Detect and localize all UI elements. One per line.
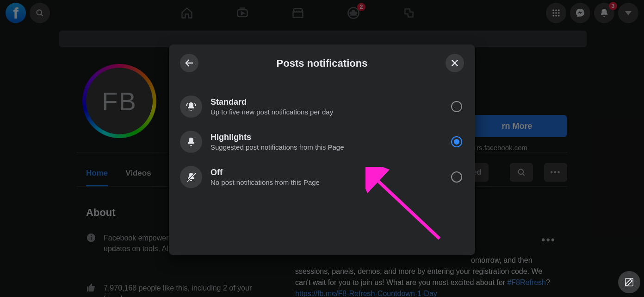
option-title: Highlights — [211, 133, 443, 142]
modal-options: Standard Up to five new post notificatio… — [178, 89, 466, 195]
svg-rect-27 — [625, 278, 633, 286]
bell-off-icon — [180, 166, 202, 188]
compose-button[interactable] — [618, 271, 640, 293]
edit-icon — [624, 277, 634, 287]
radio-highlights[interactable] — [451, 136, 462, 147]
radio-standard[interactable] — [451, 101, 462, 112]
posts-notifications-modal: Posts notifications Standard Up to five … — [169, 44, 475, 255]
modal-title: Posts notifications — [277, 57, 368, 70]
radio-off[interactable] — [451, 171, 462, 183]
option-desc: Suggested post notifications from this P… — [211, 143, 443, 151]
bell-ring-icon — [180, 95, 202, 118]
option-desc: No post notifications from this Page — [211, 178, 443, 186]
close-icon — [450, 58, 459, 68]
modal-close-button[interactable] — [446, 54, 464, 72]
option-title: Off — [211, 168, 443, 177]
option-highlights[interactable]: Highlights Suggested post notifications … — [178, 124, 466, 159]
option-off[interactable]: Off No post notifications from this Page — [178, 159, 466, 195]
option-title: Standard — [211, 97, 443, 107]
arrow-left-icon — [184, 58, 194, 68]
option-standard[interactable]: Standard Up to five new post notificatio… — [178, 89, 466, 124]
modal-header: Posts notifications — [178, 52, 466, 75]
modal-back-button[interactable] — [180, 54, 198, 72]
option-desc: Up to five new post notifications per da… — [211, 108, 443, 116]
bell-icon — [180, 131, 202, 153]
